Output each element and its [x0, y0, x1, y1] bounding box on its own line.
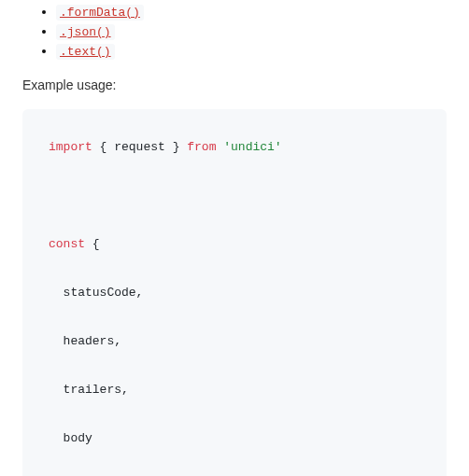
code-ident: statusCode,: [49, 281, 143, 305]
doc-content: .formData() .json() .text() Example usag…: [0, 4, 469, 476]
list-item: .formData(): [56, 4, 447, 20]
code-line: body: [49, 427, 420, 451]
api-method-list: .formData() .json() .text(): [22, 4, 447, 59]
list-item: .text(): [56, 43, 447, 59]
kw-from: from: [187, 140, 216, 154]
code-ident: request: [114, 140, 165, 154]
code-ident: headers,: [49, 329, 121, 354]
code-line: trailers,: [49, 378, 420, 402]
code-block: import { request } from 'undici' const {…: [22, 109, 447, 476]
code-line: headers,: [49, 329, 420, 354]
str-undici: 'undici': [223, 140, 281, 154]
code-line: [49, 184, 420, 208]
api-link-formdata[interactable]: .formData(): [56, 5, 144, 21]
code-punc: {: [92, 140, 114, 154]
code-punc: {: [85, 237, 100, 251]
code-ident: trailers,: [49, 378, 129, 402]
code-line: statusCode,: [49, 281, 420, 305]
api-link-json[interactable]: .json(): [56, 24, 115, 40]
code-line: import { request } from 'undici': [49, 135, 420, 160]
api-link-text[interactable]: .text(): [56, 44, 115, 60]
example-usage-heading: Example usage:: [22, 77, 447, 92]
code-ident: body: [49, 427, 92, 451]
kw-const: const: [49, 237, 85, 251]
code-punc: }: [165, 140, 187, 154]
kw-import: import: [49, 140, 92, 154]
list-item: .json(): [56, 23, 447, 39]
code-line: const {: [49, 232, 420, 257]
